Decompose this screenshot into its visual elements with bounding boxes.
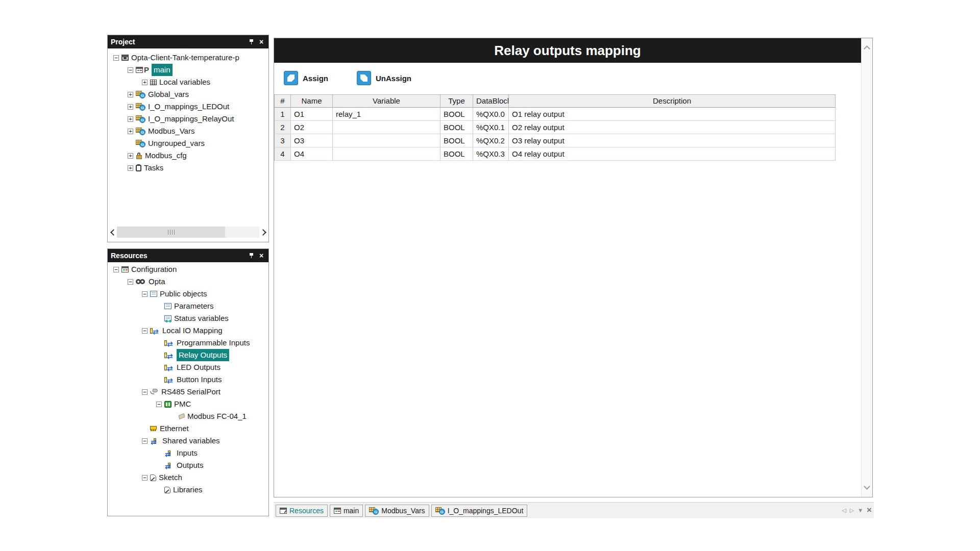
project-tree: −Opta-Client-Tank-temperature-p−Pmain+Lo…: [108, 48, 268, 224]
tree-item-public-objects[interactable]: −Public objects: [108, 288, 268, 300]
cell-type[interactable]: BOOL: [440, 121, 473, 134]
expander-icon[interactable]: +: [128, 104, 133, 110]
cell-type[interactable]: BOOL: [440, 108, 473, 121]
pin-icon[interactable]: [247, 38, 255, 46]
tree-item-label: Local IO Mapping: [162, 324, 223, 337]
cell-datablock[interactable]: %QX0.1: [473, 121, 509, 134]
scroll-left-icon[interactable]: [108, 227, 117, 238]
tree-item-i-o-mappings-ledout[interactable]: +I_O_mappings_LEDOut: [108, 101, 268, 113]
expander-icon[interactable]: −: [142, 438, 148, 444]
tree-item-ungrouped-vars[interactable]: Ungrouped_vars: [108, 137, 268, 149]
cell-[interactable]: 3: [274, 134, 291, 147]
vertical-scrollbar[interactable]: [861, 38, 872, 497]
cell-description[interactable]: O2 relay output: [509, 121, 836, 134]
expander-icon[interactable]: +: [128, 165, 133, 171]
expander-icon[interactable]: −: [142, 328, 148, 334]
tree-item-pmc[interactable]: −PMC: [108, 398, 268, 410]
cell-datablock[interactable]: %QX0.3: [473, 147, 509, 161]
project-horizontal-scrollbar[interactable]: [108, 227, 268, 238]
tree-item-shared-variables[interactable]: −Shared variables: [108, 435, 268, 447]
expander-icon[interactable]: +: [128, 92, 133, 97]
close-tab-icon[interactable]: ×: [867, 506, 872, 514]
tree-item-local-io-mapping[interactable]: −Local IO Mapping: [108, 324, 268, 337]
nav-right-icon[interactable]: ▷: [850, 508, 854, 513]
tree-item-relay-outputs[interactable]: Relay Outputs: [108, 349, 268, 361]
table-row[interactable]: 4O4BOOL%QX0.3O4 relay output: [274, 147, 836, 161]
tree-item-local-variables[interactable]: +Local variables: [108, 76, 268, 88]
tab-i-o-mappings-ledout[interactable]: I_O_mappings_LEDOut: [431, 505, 528, 517]
tree-item-button-inputs[interactable]: Button Inputs: [108, 373, 268, 386]
expander-icon[interactable]: −: [128, 67, 133, 73]
cell-variable[interactable]: [333, 134, 440, 147]
tree-item-led-outputs[interactable]: LED Outputs: [108, 361, 268, 373]
assign-button[interactable]: Assign: [284, 71, 328, 85]
table-row[interactable]: 2O2BOOL%QX0.1O2 relay output: [274, 121, 836, 134]
tab-main[interactable]: main: [330, 505, 363, 517]
tree-item-i-o-mappings-relayout[interactable]: +I_O_mappings_RelayOut: [108, 113, 268, 125]
tab-list-dropdown-icon[interactable]: ▼: [857, 508, 863, 513]
tree-item-label: Status variables: [174, 312, 229, 324]
scroll-down-icon[interactable]: [864, 483, 870, 490]
tree-item-main[interactable]: −Pmain: [108, 64, 268, 76]
expander-icon[interactable]: −: [156, 402, 162, 407]
cell-variable[interactable]: relay_1: [333, 108, 440, 121]
table-row[interactable]: 1O1relay_1BOOL%QX0.0O1 relay output: [274, 108, 836, 121]
cell-description[interactable]: O3 relay output: [509, 134, 836, 147]
cell-description[interactable]: O1 relay output: [509, 108, 836, 121]
tree-item-status-variables[interactable]: Status variables: [108, 312, 268, 324]
cell-name[interactable]: O4: [291, 147, 333, 161]
tree-item-programmable-inputs[interactable]: Programmable Inputs: [108, 337, 268, 349]
expander-icon[interactable]: −: [142, 475, 148, 481]
tree-item-configuration[interactable]: −Configuration: [108, 263, 268, 276]
expander-icon[interactable]: −: [113, 55, 119, 61]
cell-datablock[interactable]: %QX0.0: [473, 108, 509, 121]
expander-icon[interactable]: +: [128, 116, 133, 122]
tree-item-opta[interactable]: −Opta: [108, 276, 268, 288]
tab-resources[interactable]: Resources: [276, 505, 328, 517]
expander-icon[interactable]: −: [113, 267, 119, 272]
scroll-up-icon[interactable]: [864, 45, 870, 52]
tree-item-outputs[interactable]: Outputs: [108, 459, 268, 471]
expander-icon[interactable]: +: [128, 129, 133, 134]
tree-item-ethernet[interactable]: Ethernet: [108, 422, 268, 435]
scrollbar-thumb[interactable]: [117, 227, 225, 238]
tree-item-tasks[interactable]: +Tasks: [108, 162, 268, 174]
cell-datablock[interactable]: %QX0.2: [473, 134, 509, 147]
tab-modbus-vars[interactable]: Modbus_Vars: [365, 505, 429, 517]
cell-type[interactable]: BOOL: [440, 147, 473, 161]
close-icon[interactable]: ×: [257, 252, 265, 260]
tree-item-modbus-cfg[interactable]: +Modbus_cfg: [108, 149, 268, 162]
expander-icon[interactable]: −: [128, 279, 133, 285]
cell-[interactable]: 4: [274, 147, 291, 161]
pin-icon[interactable]: [247, 252, 255, 260]
tree-item-modbus-vars[interactable]: +Modbus_Vars: [108, 125, 268, 137]
cell-name[interactable]: O1: [291, 108, 333, 121]
scroll-right-icon[interactable]: [259, 227, 268, 238]
cell-type[interactable]: BOOL: [440, 134, 473, 147]
cell-[interactable]: 2: [274, 121, 291, 134]
sketch-icon: [150, 474, 156, 481]
cell-[interactable]: 1: [274, 108, 291, 121]
expander-icon[interactable]: −: [142, 291, 148, 297]
tree-item-rs485-serialport[interactable]: −RS485 SerialPort: [108, 386, 268, 398]
tree-item-opta-client-tank-temperature-p[interactable]: −Opta-Client-Tank-temperature-p: [108, 52, 268, 64]
expander-icon[interactable]: +: [142, 80, 148, 85]
tree-item-libraries[interactable]: Libraries: [108, 484, 268, 496]
expander-icon[interactable]: +: [128, 153, 133, 159]
nav-left-icon[interactable]: ◁: [842, 508, 846, 513]
cell-name[interactable]: O3: [291, 134, 333, 147]
close-icon[interactable]: ×: [257, 38, 265, 46]
tree-item-inputs[interactable]: Inputs: [108, 447, 268, 459]
clipboard-icon: [136, 165, 141, 171]
tree-item-modbus-fc-04-1[interactable]: Modbus FC-04_1: [108, 410, 268, 422]
cell-variable[interactable]: [333, 121, 440, 134]
tree-item-global-vars[interactable]: +Global_vars: [108, 88, 268, 101]
expander-icon[interactable]: −: [142, 389, 148, 395]
cell-name[interactable]: O2: [291, 121, 333, 134]
cell-description[interactable]: O4 relay output: [509, 147, 836, 161]
tree-item-sketch[interactable]: −Sketch: [108, 471, 268, 484]
tree-item-parameters[interactable]: Parameters: [108, 300, 268, 312]
cell-variable[interactable]: [333, 147, 440, 161]
table-row[interactable]: 3O3BOOL%QX0.2O3 relay output: [274, 134, 836, 147]
unassign-button[interactable]: UnAssign: [357, 71, 411, 85]
